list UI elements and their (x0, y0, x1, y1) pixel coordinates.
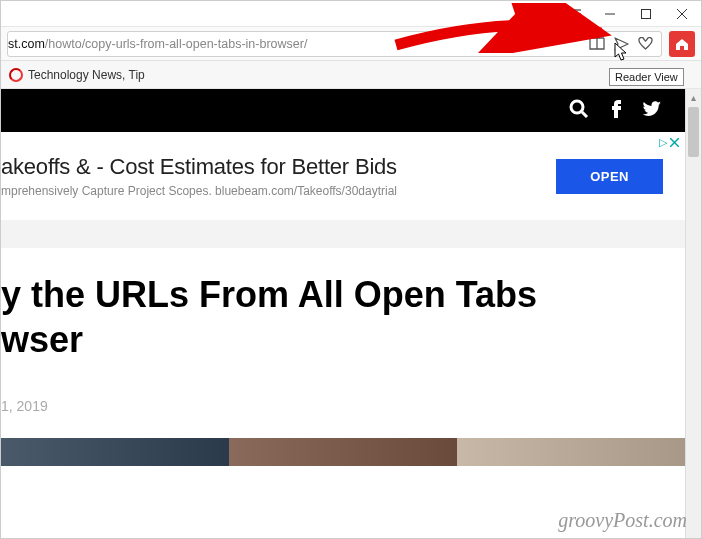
bookmark-item[interactable]: Technology News, Tip (9, 68, 145, 82)
tooltip: Reader View (609, 68, 684, 86)
ad-title: akeoffs & - Cost Estimates for Better Bi… (1, 154, 556, 180)
close-button[interactable] (665, 2, 699, 26)
article: y the URLs From All Open Tabs wser 1, 20… (1, 248, 685, 466)
content-area: akeoffs & - Cost Estimates for Better Bi… (1, 89, 701, 539)
ad-open-button[interactable]: OPEN (556, 159, 663, 194)
svg-rect-4 (642, 9, 651, 18)
maximize-button[interactable] (629, 2, 663, 26)
article-title: y the URLs From All Open Tabs wser (1, 272, 685, 362)
scrollbar-thumb[interactable] (688, 107, 699, 157)
webpage: akeoffs & - Cost Estimates for Better Bi… (1, 89, 685, 539)
heart-icon[interactable] (638, 37, 653, 51)
hero-image (1, 438, 685, 466)
home-button[interactable] (669, 31, 695, 57)
article-date: 1, 2019 (1, 398, 685, 414)
adchoices-icon: ▷ (659, 136, 667, 149)
bookmark-label: Technology News, Tip (28, 68, 145, 82)
favicon-icon (9, 68, 23, 82)
reader-view-icon[interactable] (589, 37, 605, 51)
window-titlebar (1, 1, 701, 27)
ad-subtitle: mprehensively Capture Project Scopes. bl… (1, 184, 556, 198)
url-host: st.com (8, 37, 45, 51)
bookmarks-bar: Technology News, Tip (1, 61, 701, 89)
watermark: groovyPost.com (558, 509, 687, 532)
svg-point-7 (571, 101, 583, 113)
site-header (1, 89, 685, 132)
ad-banner: akeoffs & - Cost Estimates for Better Bi… (1, 132, 685, 220)
sidebar-toggle-button[interactable] (557, 2, 591, 26)
address-bar-actions (589, 37, 655, 51)
twitter-icon[interactable] (643, 101, 661, 120)
toolbar: st.com/howto/copy-urls-from-all-open-tab… (1, 27, 701, 61)
url-path: /howto/copy-urls-from-all-open-tabs-in-b… (45, 37, 308, 51)
ad-choices[interactable]: ▷ (659, 136, 679, 149)
svg-line-8 (582, 112, 587, 117)
facebook-icon[interactable] (611, 100, 621, 122)
address-bar[interactable]: st.com/howto/copy-urls-from-all-open-tab… (7, 31, 662, 57)
vertical-scrollbar[interactable]: ▴ (685, 89, 701, 539)
send-icon[interactable] (614, 37, 629, 51)
spacer (1, 220, 685, 248)
minimize-button[interactable] (593, 2, 627, 26)
search-icon[interactable] (569, 99, 589, 123)
scroll-up-arrow[interactable]: ▴ (686, 89, 701, 105)
